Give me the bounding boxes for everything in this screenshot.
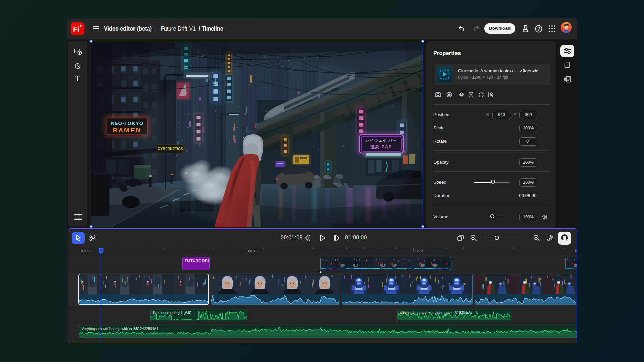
svg-text:NEO-TOKYO: NEO-TOKYO <box>111 121 144 126</box>
svg-text:Fi: Fi <box>73 25 79 33</box>
svg-text:RAMEN: RAMEN <box>113 127 142 134</box>
